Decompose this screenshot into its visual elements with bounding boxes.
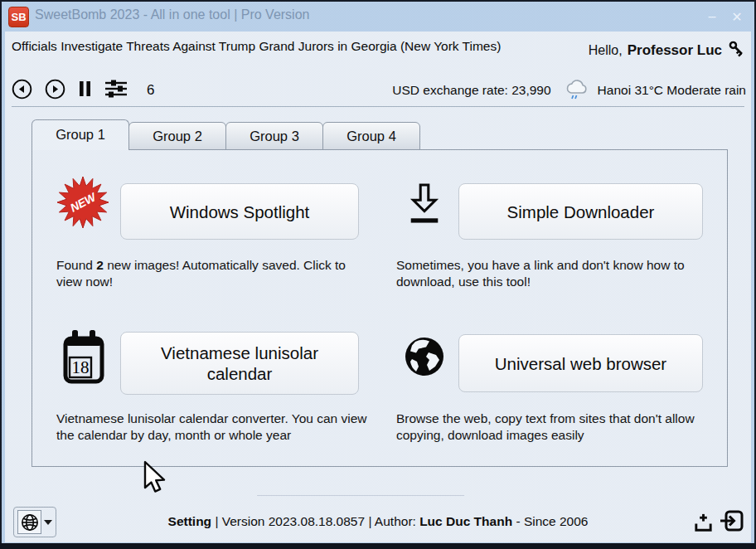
web-browser-button[interactable]: Universal web browser <box>458 334 703 392</box>
window-title: SweetBomb 2023 - All in one tool | Pro V… <box>35 7 309 22</box>
title-bar[interactable]: SB SweetBomb 2023 - All in one tool | Pr… <box>0 0 756 32</box>
rain-cloud-icon <box>565 78 589 104</box>
news-headline[interactable]: Officials Investigate Threats Against Tr… <box>12 38 502 55</box>
simple-downloader-description: Sometimes, you have a link and don't kno… <box>396 257 713 289</box>
header-divider <box>12 106 744 107</box>
calendar-day: 18 <box>72 357 90 377</box>
exchange-rate: USD exchange rate: 23,990 <box>392 83 550 98</box>
previous-news-button[interactable] <box>12 79 32 103</box>
since-text: - Since 2006 <box>512 514 588 528</box>
tab-group-1[interactable]: Group 1 <box>32 119 129 150</box>
new-badge-icon: NEW <box>56 176 109 232</box>
exit-button[interactable] <box>720 508 744 533</box>
window-bottom-edge <box>0 543 756 549</box>
footer-info: Setting | Version 2023.08.18.0857 | Auth… <box>0 514 756 529</box>
news-counter: 6 <box>147 82 154 99</box>
pause-icon[interactable] <box>78 80 92 100</box>
windows-spotlight-button[interactable]: Windows Spotlight <box>120 183 359 240</box>
version-text: | Version 2023.08.18.0857 | Author: <box>211 514 419 528</box>
minimize-button[interactable]: – <box>701 7 723 27</box>
greeting-text: Hello, <box>589 43 623 58</box>
lunisolar-calendar-description: Vietnamese lunisolar calendar converter.… <box>56 411 371 443</box>
lunisolar-calendar-button[interactable]: Vietnamese lunisolar calendar <box>120 332 359 395</box>
info-ticker: USD exchange rate: 23,990 Hanoi 31°C Mod… <box>392 77 746 104</box>
weather-text: Hanoi 31°C Moderate rain <box>598 83 746 98</box>
author-name: Luc Duc Thanh <box>419 514 512 528</box>
download-icon <box>405 182 443 231</box>
user-greeting: Hello, Professor Luc <box>589 39 746 61</box>
close-button[interactable]: ✕ <box>726 7 748 27</box>
app-logo: SB <box>8 7 29 27</box>
tab-group-2[interactable]: Group 2 <box>128 122 226 150</box>
desc-text: Found <box>56 258 96 272</box>
app-window: SB SweetBomb 2023 - All in one tool | Pr… <box>0 0 756 549</box>
save-upload-button[interactable] <box>692 512 715 534</box>
setting-link[interactable]: Setting <box>168 514 212 528</box>
user-name: Professor Luc <box>628 42 722 59</box>
news-controls: 6 <box>12 78 154 103</box>
mouse-cursor <box>143 460 169 500</box>
desc-count: 2 <box>96 258 104 272</box>
globe-icon <box>404 336 445 381</box>
web-browser-description: Browse the web, copy text from sites tha… <box>396 411 713 443</box>
next-news-button[interactable] <box>45 79 65 103</box>
key-icon[interactable] <box>727 39 746 61</box>
tab-group-3[interactable]: Group 3 <box>225 122 323 150</box>
group-tabs: Group 1 Group 2 Group 3 Group 4 <box>32 119 420 150</box>
calendar-icon: 18 <box>62 329 105 391</box>
simple-downloader-button[interactable]: Simple Downloader <box>458 183 703 240</box>
sliders-icon[interactable] <box>104 80 128 101</box>
tab-group-4[interactable]: Group 4 <box>322 122 420 150</box>
footer-divider <box>257 495 464 496</box>
windows-spotlight-description: Found 2 new images! Automatically saved.… <box>56 257 371 289</box>
